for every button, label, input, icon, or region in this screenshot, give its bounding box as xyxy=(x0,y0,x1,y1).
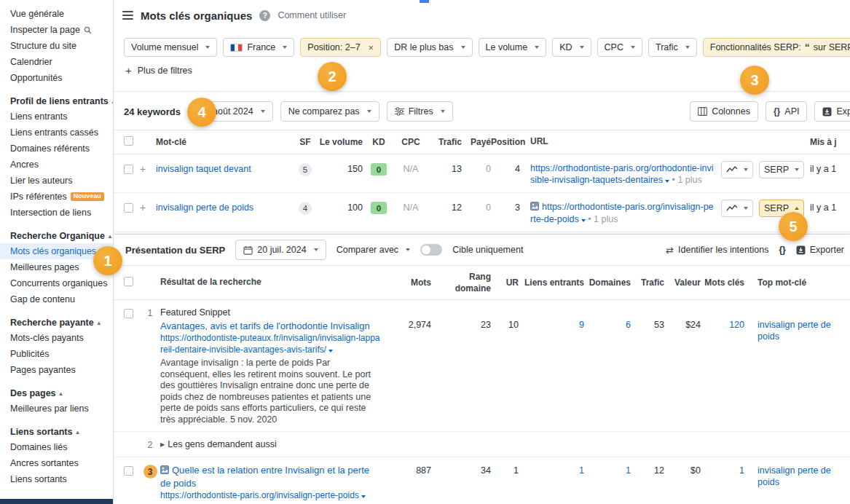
sidebar-item-gap-de-contenu[interactable]: Gap de contenu xyxy=(0,291,113,307)
filter-country[interactable]: France xyxy=(223,38,294,57)
col-header-mots[interactable]: Mots xyxy=(393,277,431,288)
col-header-valeur[interactable]: Valeur xyxy=(664,277,701,288)
row-checkbox[interactable] xyxy=(124,309,133,318)
result-url-link[interactable]: https://orthodontiste-puteaux.fr/invisal… xyxy=(160,333,380,355)
chevron-down-icon[interactable] xyxy=(581,219,586,222)
col-header-top-mot-cle[interactable]: Top mot-clé xyxy=(744,277,850,288)
sidebar-item-liens-entrants-casses[interactable]: Liens entrants cassés xyxy=(0,125,113,141)
domaines-link[interactable]: 6 xyxy=(626,320,631,330)
sidebar-item-ancres-sortantes[interactable]: Ancres sortantes xyxy=(0,455,113,471)
col-header-kd[interactable]: KD xyxy=(363,136,395,148)
sidebar-item-intersection-de-liens[interactable]: Intersection de liens xyxy=(0,205,113,221)
col-header-keyword[interactable]: Mot-clé xyxy=(156,136,294,148)
filters-button[interactable]: Filtres xyxy=(387,101,453,122)
chevron-down-icon[interactable] xyxy=(361,495,366,498)
sidebar-section-profil-liens-entrants[interactable]: Profil de liens entrants▴ xyxy=(0,86,113,109)
result-title-link[interactable]: Quelle est la relation entre Invisalign … xyxy=(160,465,369,489)
top-keyword-link[interactable]: invisalign perte de poids xyxy=(757,465,831,487)
compare-with-button[interactable]: Comparer avec xyxy=(337,245,410,255)
sidebar-item-pages-payantes[interactable]: Pages payantes xyxy=(0,362,113,378)
mots-cles-link[interactable]: 120 xyxy=(729,320,744,330)
col-header-url[interactable]: URL xyxy=(530,136,721,148)
position-history-button[interactable] xyxy=(721,161,753,178)
info-icon[interactable]: ? xyxy=(259,10,270,21)
serp-features-badge[interactable]: 5 xyxy=(299,163,312,176)
select-all-checkbox[interactable] xyxy=(124,136,133,146)
expand-triangle-icon[interactable]: ▸ xyxy=(160,439,165,449)
select-all-checkbox[interactable] xyxy=(124,277,133,286)
domaines-link[interactable]: 1 xyxy=(626,465,631,476)
sidebar-item-concurrents-organiques[interactable]: Concurrents organiques xyxy=(0,275,113,291)
ranking-url-link[interactable]: https://orthodontiste-paris.org/invisali… xyxy=(530,202,714,224)
sidebar-item-domaines-lies[interactable]: Domaines liés xyxy=(0,439,113,455)
how-to-use-link[interactable]: Comment utiliser xyxy=(278,10,346,20)
api-button[interactable]: {}API xyxy=(766,101,808,122)
more-urls[interactable]: • 1 plus xyxy=(672,175,702,185)
sidebar-item-mots-cles-payants[interactable]: Mots-clés payants xyxy=(0,330,113,346)
filter-le-volume[interactable]: Le volume xyxy=(479,38,547,57)
filter-trafic[interactable]: Trafic xyxy=(648,38,697,57)
compare-mode-button[interactable]: Ne comparez pas xyxy=(280,101,379,122)
col-header-paye[interactable]: Payé xyxy=(462,136,491,148)
add-keyword-button[interactable]: + xyxy=(140,200,156,213)
filter-kd[interactable]: KD xyxy=(552,38,591,57)
filter-volume-mensuel[interactable]: Volume mensuel xyxy=(124,38,217,57)
col-header-domaines[interactable]: Domaines xyxy=(584,277,631,288)
col-header-liens-entrants[interactable]: Liens entrants xyxy=(519,277,584,288)
chevron-down-icon[interactable] xyxy=(328,350,333,353)
keyword-link[interactable]: invisalign perte de poids xyxy=(156,202,253,213)
sidebar-item-domaines-referents[interactable]: Domaines référents xyxy=(0,141,113,157)
sidebar-item-opportunites[interactable]: Opportunités xyxy=(0,70,113,86)
sidebar-item-ips-referentes[interactable]: IPs référentesNouveau xyxy=(0,189,113,205)
col-header-result[interactable]: Résultat de la recherche xyxy=(160,277,393,288)
serp-export-button[interactable]: Exporter xyxy=(796,245,844,255)
top-keyword-link[interactable]: invisalign perte de poids xyxy=(757,320,831,342)
serp-features-badge[interactable]: 4 xyxy=(299,202,312,215)
chevron-down-icon[interactable] xyxy=(665,180,669,183)
filter-dr[interactable]: DR le plus bas xyxy=(387,38,472,57)
sidebar-item-publicites[interactable]: Publicités xyxy=(0,346,113,362)
more-filters-button[interactable]: +Plus de filtres xyxy=(125,66,192,76)
menu-icon[interactable] xyxy=(122,11,133,20)
col-header-volume[interactable]: Le volume xyxy=(316,136,363,148)
col-header-mots-cles[interactable]: Mots clés xyxy=(701,277,744,288)
sidebar-item-structure-du-site[interactable]: Structure du site xyxy=(0,38,113,54)
row-checkbox[interactable] xyxy=(124,165,133,174)
more-urls[interactable]: • 1 plus xyxy=(588,214,618,224)
sidebar-item-vue-generale[interactable]: Vue générale xyxy=(0,6,113,22)
result-url-link[interactable]: https://orthodontiste-paris.org/invisali… xyxy=(160,490,359,500)
sidebar-section-recherche-organique[interactable]: Recherche Organique▴ xyxy=(0,221,113,243)
position-history-button[interactable] xyxy=(721,200,753,217)
col-header-ur[interactable]: UR xyxy=(491,277,519,288)
columns-button[interactable]: Colonnes xyxy=(690,101,758,122)
filter-position[interactable]: Position: 2–7× xyxy=(300,38,381,57)
close-icon[interactable]: × xyxy=(369,42,374,53)
col-header-rang-domaine[interactable]: Rang domaine xyxy=(431,271,491,294)
export-button[interactable]: Exp xyxy=(814,101,850,122)
add-keyword-button[interactable]: + xyxy=(140,161,156,175)
liens-entrants-link[interactable]: 9 xyxy=(579,320,584,330)
col-header-updated[interactable]: Mis à j xyxy=(810,136,850,148)
col-header-sf[interactable]: SF xyxy=(294,136,316,148)
sidebar-item-liens-entrants[interactable]: Liens entrants xyxy=(0,109,113,125)
sidebar-item-ancres[interactable]: Ancres xyxy=(0,157,113,173)
sidebar-item-liens-sortants[interactable]: Liens sortants xyxy=(0,471,113,487)
target-only-toggle[interactable] xyxy=(420,244,442,256)
serp-date-button[interactable]: 20 juil. 2024 xyxy=(235,240,326,260)
mots-cles-link[interactable]: 1 xyxy=(739,465,744,476)
keyword-link[interactable]: invisalign taquet devant xyxy=(156,164,251,174)
liens-entrants-link[interactable]: 1 xyxy=(579,465,584,476)
sidebar-section-des-pages[interactable]: Des pages▴ xyxy=(0,378,113,401)
col-header-cpc[interactable]: CPC xyxy=(395,136,427,148)
col-header-trafic[interactable]: Trafic xyxy=(427,136,462,148)
filter-serp-features[interactable]: Fonctionnalités SERP:“sur SERP× xyxy=(703,38,850,57)
sidebar-item-calendrier[interactable]: Calendrier xyxy=(0,54,113,70)
result-title-link[interactable]: Avantages, avis et tarifs de l'orthodont… xyxy=(160,320,370,331)
serp-button[interactable]: SERP xyxy=(759,161,804,178)
col-header-trafic[interactable]: Trafic xyxy=(631,277,664,288)
sidebar-item-inspecter-la-page[interactable]: Inspecter la page xyxy=(0,22,113,38)
sidebar-section-liens-sortants[interactable]: Liens sortants▴ xyxy=(0,417,113,439)
sidebar-item-meilleures-par-liens[interactable]: Meilleures par liens xyxy=(0,401,113,417)
identify-intents-button[interactable]: ⇄Identifier les intentions xyxy=(666,245,768,256)
col-header-position[interactable]: Position xyxy=(491,136,530,148)
